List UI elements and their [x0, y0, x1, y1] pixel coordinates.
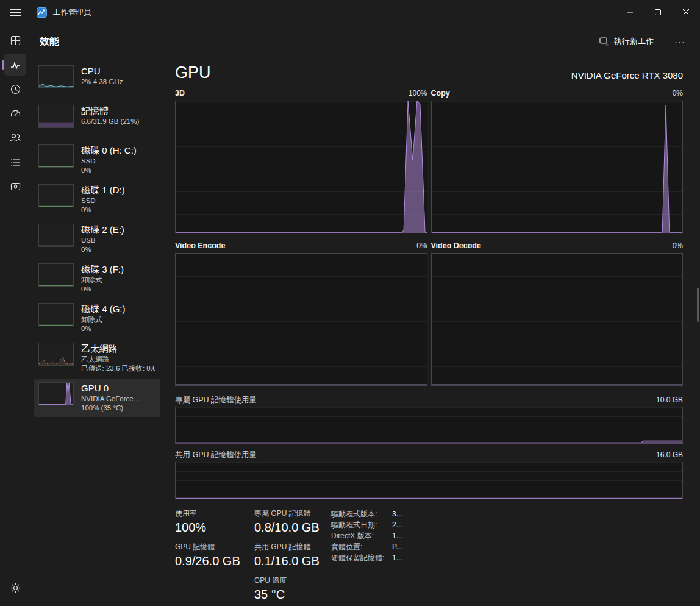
sidebar-item-detail: 0% — [81, 205, 155, 215]
gpu-video-decode-chart — [431, 253, 684, 386]
run-new-task-button[interactable]: 執行新工作 — [593, 32, 660, 51]
nav-app-history[interactable] — [4, 78, 26, 100]
sidebar-item-detail: USB — [81, 236, 155, 245]
close-button[interactable] — [672, 0, 700, 24]
dedicated-memory-max: 10.0 GB — [656, 396, 683, 404]
sidebar-item-title: 乙太網路 — [81, 343, 155, 355]
driver-version-label: 驅動程式版本: — [331, 508, 392, 519]
app-icon — [37, 7, 47, 18]
sidebar-item-memory[interactable]: 記憶體 6.6/31.9 GB (21%) — [34, 102, 160, 140]
maximize-button[interactable] — [644, 0, 672, 24]
sidebar-item-title: 磁碟 1 (D:) — [81, 184, 155, 196]
sidebar-item-detail: 卸除式 — [81, 276, 155, 285]
chart-video-encode-label: Video Encode — [175, 241, 225, 250]
sidebar-item-title: 記憶體 — [81, 105, 155, 117]
shared-memory-chart-label: 共用 GPU 記憶體使用量 — [175, 450, 257, 460]
chart-3d-label: 3D — [175, 89, 185, 98]
processes-icon — [10, 35, 21, 46]
minimize-button[interactable] — [616, 0, 644, 24]
page-title: 效能 — [40, 35, 59, 48]
services-icon — [10, 182, 21, 192]
nav-performance[interactable] — [4, 54, 26, 76]
disk3-mini-chart — [38, 263, 74, 287]
cpu-mini-chart — [38, 65, 74, 88]
new-task-icon — [599, 37, 609, 46]
shared-memory-max: 16.0 GB — [656, 451, 683, 459]
sidebar-item-title: CPU — [81, 65, 155, 77]
speedometer-icon — [10, 109, 21, 119]
gpu0-mini-chart — [38, 382, 74, 405]
gpu-stats: 使用率 100% GPU 記憶體 0.9/26.0 GB 專屬 GPU 記憶體 … — [175, 508, 683, 606]
utilization-label: 使用率 — [175, 508, 254, 519]
sidebar-item-detail: 0% — [81, 324, 155, 333]
gpu-device-name: NVIDIA GeForce RTX 3080 — [571, 70, 683, 83]
sidebar-item-disk2[interactable]: 磁碟 2 (E:) USB 0% — [34, 221, 160, 258]
page-header: 效能 執行新工作 ··· — [30, 24, 700, 59]
sidebar-item-detail: 已傳送: 23.6 已接收: 0.6 — [81, 364, 155, 373]
sidebar-item-detail: 0% — [81, 245, 155, 254]
gpu-memory-label: GPU 記憶體 — [175, 542, 254, 552]
ellipsis-icon: ··· — [674, 37, 685, 47]
window-controls — [616, 0, 700, 24]
chart-3d-value: 100% — [409, 89, 427, 98]
hamburger-menu-button[interactable] — [0, 0, 30, 24]
run-new-task-label: 執行新工作 — [614, 36, 654, 47]
sidebar-item-disk0[interactable]: 磁碟 0 (H: C:) SSD 0% — [34, 141, 160, 179]
sidebar-item-detail: 0% — [81, 285, 155, 294]
gpu-temperature-value: 35 °C — [254, 588, 331, 602]
memory-mini-chart — [38, 105, 74, 128]
sidebar-item-title: 磁碟 2 (E:) — [81, 224, 155, 236]
nav-rail — [0, 24, 30, 606]
window-title: 工作管理員 — [53, 7, 91, 18]
shared-memory-value: 0.1/16.0 GB — [254, 554, 331, 568]
sidebar-item-detail: 100% (35 °C) — [81, 404, 155, 413]
sidebar-item-gpu0[interactable]: GPU 0 NVIDIA GeForce ... 100% (35 °C) — [34, 379, 160, 417]
chart-video-encode-value: 0% — [416, 241, 427, 250]
gpu-engine-charts: 3D 100% Copy 0% Video Encode 0% Video De… — [175, 89, 683, 386]
sidebar-item-detail: SSD — [81, 157, 155, 166]
physical-location-value: P... — [392, 541, 402, 552]
menu-icon — [10, 9, 21, 16]
sidebar-item-detail: 乙太網路 — [81, 355, 155, 364]
window-titlebar: 工作管理員 — [0, 0, 700, 24]
disk0-mini-chart — [38, 144, 74, 168]
nav-processes[interactable] — [4, 29, 26, 51]
gear-icon — [10, 583, 21, 593]
sidebar-item-title: 磁碟 0 (H: C:) — [81, 144, 155, 157]
maximize-icon — [655, 9, 661, 15]
gpu-temperature-label: GPU 溫度 — [254, 576, 331, 586]
more-options-button[interactable]: ··· — [668, 33, 691, 51]
disk2-mini-chart — [38, 224, 74, 247]
sidebar-item-disk3[interactable]: 磁碟 3 (F:) 卸除式 0% — [34, 260, 160, 298]
hw-reserved-memory-label: 硬體保留記憶體: — [331, 552, 392, 563]
nav-services[interactable] — [4, 176, 26, 198]
sidebar-item-ethernet[interactable]: 乙太網路 乙太網路 已傳送: 23.6 已接收: 0.6 — [34, 340, 160, 377]
driver-date-value: 2... — [392, 519, 402, 530]
sidebar-item-cpu[interactable]: CPU 2% 4.38 GHz — [34, 62, 160, 100]
nav-details[interactable] — [4, 151, 26, 173]
hw-reserved-memory-value: 1... — [392, 552, 402, 563]
nav-users[interactable] — [4, 127, 26, 149]
nav-startup-apps[interactable] — [4, 102, 26, 124]
disk4-mini-chart — [38, 303, 74, 326]
sidebar-item-disk1[interactable]: 磁碟 1 (D:) SSD 0% — [34, 181, 160, 219]
sidebar-item-detail: 卸除式 — [81, 315, 155, 324]
scrollbar-thumb[interactable] — [697, 288, 699, 322]
close-icon — [683, 9, 689, 15]
gpu-video-encode-chart — [175, 253, 427, 386]
driver-info: 驅動程式版本: 3... 驅動程式日期: 2... DirectX 版本: 1.… — [331, 508, 402, 606]
sidebar-item-detail: 0% — [81, 166, 155, 175]
chart-copy-label: Copy — [431, 89, 450, 98]
disk1-mini-chart — [38, 184, 74, 207]
dedicated-memory-label: 專屬 GPU 記憶體 — [254, 508, 331, 519]
dedicated-memory-chart-label: 專屬 GPU 記憶體使用量 — [175, 395, 257, 405]
minimize-icon — [627, 9, 633, 15]
ethernet-mini-chart — [38, 343, 74, 366]
sidebar-item-disk4[interactable]: 磁碟 4 (G:) 卸除式 0% — [34, 300, 160, 338]
performance-icon — [10, 60, 21, 70]
gpu-3d-chart — [175, 101, 427, 233]
gpu-panel-title: GPU — [175, 62, 211, 83]
details-list-icon — [10, 158, 21, 166]
nav-settings[interactable] — [4, 577, 26, 599]
sidebar-item-detail: 2% 4.38 GHz — [81, 77, 155, 87]
